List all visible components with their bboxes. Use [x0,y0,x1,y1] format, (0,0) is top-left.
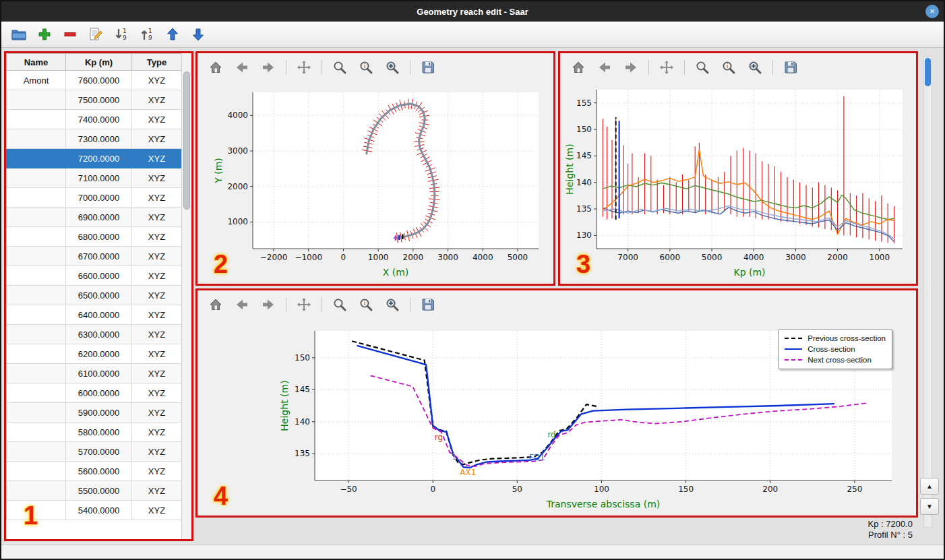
cell-type[interactable]: XYZ [132,71,182,90]
toolbar-add-profile-button[interactable] [35,26,53,44]
cell-name[interactable] [7,266,66,286]
table-row[interactable]: 6100.0000XYZ [7,364,182,383]
cell-kp[interactable]: 5700.0000 [66,442,132,462]
toolbar-move-up-button[interactable] [163,26,181,44]
table-scrollbar[interactable] [181,53,191,539]
vertical-scrollbar[interactable] [923,56,932,528]
cell-kp[interactable]: 6000.0000 [66,383,132,403]
table-row[interactable]: 7000.0000XYZ [7,188,182,208]
table-row[interactable]: 7200.0000XYZ [7,149,182,168]
forward-icon[interactable] [260,296,277,313]
table-row[interactable]: 6800.0000XYZ [7,227,182,247]
cell-type[interactable]: XYZ [132,247,182,266]
cell-type[interactable]: XYZ [132,305,182,325]
cell-name[interactable] [7,403,66,423]
zoom-rect-icon[interactable] [384,296,401,313]
cell-type[interactable]: XYZ [132,442,182,462]
cell-type[interactable]: XYZ [132,168,182,188]
table-row[interactable]: 7500.0000XYZ [7,90,182,110]
cell-name[interactable] [7,168,66,188]
profiles-table[interactable]: NameKp (m)Type Amont7600.0000XYZ7500.000… [6,53,181,520]
cell-type[interactable]: XYZ [132,403,182,423]
zoom-rect-icon[interactable] [384,59,401,76]
cell-name[interactable] [7,462,66,481]
cell-type[interactable]: XYZ [132,501,182,520]
cell-type[interactable]: XYZ [132,481,182,501]
cell-kp[interactable]: 7100.0000 [66,168,132,188]
table-row[interactable]: 5500.0000XYZ [7,481,182,501]
save-icon[interactable] [419,59,437,76]
cell-kp[interactable]: 6500.0000 [66,286,132,305]
zoom-rect-icon[interactable] [746,59,764,76]
home-icon[interactable] [570,59,587,76]
cell-kp[interactable]: 6800.0000 [66,227,132,247]
save-icon[interactable] [419,296,437,313]
cell-name[interactable] [7,208,66,227]
pan-icon[interactable] [295,59,313,76]
close-button[interactable]: × [925,5,939,18]
cell-name[interactable] [7,149,66,168]
cell-name[interactable]: Amont [7,71,66,90]
cell-type[interactable]: XYZ [132,266,182,286]
cell-name[interactable] [7,305,66,325]
table-row[interactable]: 6400.0000XYZ [7,305,182,325]
cell-name[interactable] [7,286,66,305]
table-row[interactable]: 6700.0000XYZ [7,247,182,266]
cell-name[interactable] [7,364,66,383]
cell-type[interactable]: XYZ [132,423,182,442]
home-icon[interactable] [207,59,224,76]
cell-type[interactable]: XYZ [132,110,182,129]
cell-name[interactable] [7,344,66,364]
cell-name[interactable] [7,129,66,149]
cell-name[interactable] [7,442,66,462]
table-row[interactable]: Amont7600.0000XYZ [7,71,182,90]
home-icon[interactable] [207,296,224,313]
toolbar-edit-profile-button[interactable] [86,26,104,44]
cell-type[interactable]: XYZ [132,344,182,364]
cell-type[interactable]: XYZ [132,227,182,247]
cell-kp[interactable]: 6200.0000 [66,344,132,364]
toolbar-sort-ascending-button[interactable]: 19 [112,26,130,44]
cell-kp[interactable]: 5800.0000 [66,423,132,442]
cell-kp[interactable]: 6300.0000 [66,325,132,344]
profile-down-button[interactable]: ▼ [920,498,939,515]
zoom-info-icon[interactable]: i [357,296,375,313]
zoom-icon[interactable] [331,296,348,313]
cell-kp[interactable]: 5400.0000 [66,501,132,520]
cell-type[interactable]: XYZ [132,208,182,227]
toolbar-open-button[interactable] [9,26,28,44]
pan-icon[interactable] [658,59,675,76]
cell-type[interactable]: XYZ [132,149,182,168]
cell-type[interactable]: XYZ [132,286,182,305]
cell-name[interactable] [7,110,66,129]
back-icon[interactable] [233,296,251,313]
forward-icon[interactable] [260,59,277,76]
cell-kp[interactable]: 5600.0000 [66,462,132,481]
table-row[interactable]: 6200.0000XYZ [7,344,182,364]
table-row[interactable]: 6500.0000XYZ [7,286,182,305]
cell-type[interactable]: XYZ [132,188,182,208]
table-row[interactable]: 5900.0000XYZ [7,403,182,423]
cell-type[interactable]: XYZ [132,129,182,149]
cell-name[interactable] [7,481,66,501]
cell-kp[interactable]: 7600.0000 [66,71,132,90]
cell-kp[interactable]: 7000.0000 [66,188,132,208]
cell-type[interactable]: XYZ [132,462,182,481]
titlebar[interactable]: Geometry reach edit - Saar × [1,1,944,22]
back-icon[interactable] [233,59,251,76]
table-scrollbar-thumb[interactable] [183,71,190,210]
toolbar-move-down-button[interactable] [189,26,207,44]
cell-type[interactable]: XYZ [132,90,182,110]
cell-kp[interactable]: 6700.0000 [66,247,132,266]
cell-name[interactable] [7,227,66,247]
zoom-info-icon[interactable]: i [720,59,737,76]
save-icon[interactable] [782,59,799,76]
table-row[interactable]: 5600.0000XYZ [7,462,182,481]
cell-name[interactable] [7,247,66,266]
cell-name[interactable] [7,423,66,442]
column-header[interactable]: Type [132,54,182,71]
zoom-icon[interactable] [694,59,711,76]
cell-name[interactable] [7,325,66,344]
cell-kp[interactable]: 6600.0000 [66,266,132,286]
table-row[interactable]: 7100.0000XYZ [7,168,182,188]
